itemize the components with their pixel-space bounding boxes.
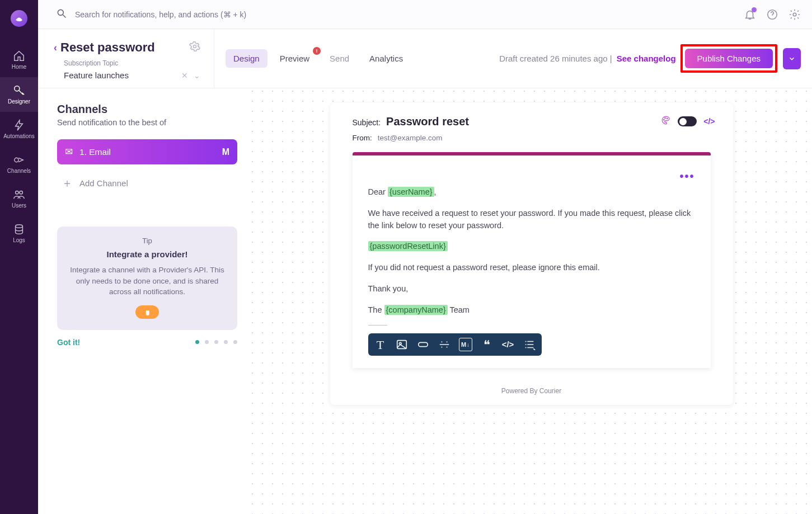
tab-send[interactable]: Send: [322, 49, 357, 68]
rail-item-users[interactable]: Users: [0, 181, 38, 216]
svg-point-2: [16, 191, 18, 194]
home-icon: [13, 50, 25, 64]
publish-button[interactable]: Publish Changes: [685, 49, 773, 68]
channels-heading: Channels: [57, 103, 237, 116]
users-icon: [13, 189, 25, 202]
see-changelog-link[interactable]: See changelog: [617, 54, 676, 63]
rail-item-designer[interactable]: Designer: [0, 77, 38, 112]
code-view-icon[interactable]: </>: [703, 117, 715, 126]
tip-title: Integrate a provider!: [67, 249, 227, 259]
page-title: Reset password: [60, 40, 186, 55]
rail-item-automations[interactable]: Automations: [0, 112, 38, 147]
email-card: Subject: Password reset From: test@examp…: [330, 103, 733, 405]
dot-2[interactable]: [205, 340, 209, 344]
svg-point-10: [665, 118, 666, 119]
svg-point-9: [664, 120, 665, 121]
tab-design[interactable]: Design: [226, 49, 267, 68]
image-block-icon[interactable]: [395, 338, 409, 351]
rail-item-logs[interactable]: Logs: [0, 216, 38, 251]
settings-icon[interactable]: [788, 8, 801, 21]
powered-by: Powered By Courier: [353, 387, 711, 395]
channels-pane: Channels Send notification to the best o…: [38, 88, 251, 514]
subtopic-value: Feature launches: [64, 70, 176, 80]
subheader: ‹ Reset password Subscription Topic Feat…: [38, 29, 812, 88]
main-area: ‹ Reset password Subscription Topic Feat…: [38, 0, 812, 514]
greeting-prefix: Dear: [368, 187, 388, 196]
rail-label: Automations: [3, 133, 35, 139]
clear-subtopic-icon[interactable]: ✕: [181, 71, 188, 80]
add-channel-label: Add Channel: [79, 178, 128, 188]
app-logo[interactable]: [11, 10, 27, 27]
rail-label: Home: [12, 64, 27, 70]
logs-icon: [13, 224, 25, 237]
svg-point-3: [20, 191, 22, 194]
sign-prefix: The: [368, 305, 384, 314]
button-block-icon[interactable]: [416, 338, 430, 351]
channels-icon: [13, 154, 25, 168]
rail-label: Users: [12, 202, 26, 209]
channel-email[interactable]: ✉ 1. Email M: [57, 139, 237, 164]
designer-icon: [13, 85, 25, 98]
tab-analytics[interactable]: Analytics: [362, 49, 411, 68]
channels-sub: Send notification to the best of: [57, 118, 237, 127]
more-icon[interactable]: •••: [679, 170, 694, 183]
palette-icon[interactable]: [661, 115, 671, 128]
rail-label: Channels: [7, 168, 31, 174]
var-company[interactable]: {companyName}: [384, 305, 448, 315]
dot-4[interactable]: [224, 340, 228, 344]
help-icon[interactable]: [766, 8, 778, 21]
svg-point-4: [16, 224, 23, 228]
subject-label: Subject:: [353, 118, 381, 127]
svg-rect-14: [418, 343, 428, 347]
got-it-button[interactable]: Got it!: [57, 338, 80, 347]
add-channel-button[interactable]: ＋ Add Channel: [57, 172, 237, 194]
subtopic-dropdown-icon[interactable]: ⌄: [194, 71, 200, 80]
plus-icon: ＋: [62, 176, 72, 191]
search-input[interactable]: [75, 10, 736, 19]
svg-point-5: [58, 10, 63, 15]
tab-preview-label: Preview: [280, 54, 309, 63]
left-rail: Home Designer Automations Channels Users…: [0, 0, 38, 514]
body: Channels Send notification to the best o…: [38, 88, 812, 514]
draft-status: Draft created 26 minutes ago |: [499, 54, 612, 63]
tip-provider-badge[interactable]: [135, 305, 159, 319]
dot-5[interactable]: [233, 340, 237, 344]
from-value[interactable]: test@example.com: [378, 134, 443, 142]
publish-dropdown-button[interactable]: [783, 48, 801, 69]
email-body-editor[interactable]: ••• Dear {userName}, We have received a …: [353, 152, 711, 368]
tip-card: Tip Integrate a provider! Integrate a ch…: [57, 227, 237, 330]
view-toggle[interactable]: [678, 116, 697, 126]
rail-label: Designer: [8, 98, 30, 105]
subheader-left: ‹ Reset password Subscription Topic Feat…: [38, 29, 214, 88]
subtopic-label: Subscription Topic: [64, 59, 200, 67]
text-block-icon[interactable]: T: [374, 338, 387, 351]
var-username[interactable]: {userName}: [388, 187, 434, 197]
quote-block-icon[interactable]: ❝: [480, 338, 494, 351]
code-block-icon[interactable]: </>: [501, 338, 515, 351]
from-label: From:: [353, 134, 372, 142]
subject-value[interactable]: Password reset: [386, 115, 469, 128]
divider-block-icon[interactable]: [438, 338, 451, 351]
tab-preview[interactable]: Preview: [272, 49, 317, 68]
back-button[interactable]: ‹: [54, 42, 57, 54]
subheader-right: Design Preview Send Analytics Draft crea…: [214, 29, 812, 88]
svg-point-7: [793, 13, 796, 16]
canvas: Subject: Password reset From: test@examp…: [251, 88, 812, 514]
dot-3[interactable]: [214, 340, 218, 344]
dot-1[interactable]: [195, 340, 199, 344]
svg-point-11: [667, 118, 668, 119]
rail-item-home[interactable]: Home: [0, 43, 38, 77]
para-1: We have received a request to reset your…: [368, 208, 695, 232]
var-reset-link[interactable]: {passwordResetLink}: [368, 241, 448, 251]
rail-item-channels[interactable]: Channels: [0, 147, 38, 181]
notification-settings-icon[interactable]: [189, 41, 200, 54]
bell-icon[interactable]: [744, 8, 756, 21]
notification-dot: [752, 7, 757, 12]
search-icon[interactable]: [56, 8, 67, 21]
markdown-block-icon[interactable]: M: [459, 338, 472, 351]
tip-pagination[interactable]: [195, 340, 237, 344]
email-content[interactable]: Dear {userName}, We have received a requ…: [368, 186, 695, 356]
tabs: Design Preview Send Analytics: [226, 49, 411, 68]
list-block-icon[interactable]: [523, 338, 536, 351]
rail-label: Logs: [13, 237, 25, 243]
